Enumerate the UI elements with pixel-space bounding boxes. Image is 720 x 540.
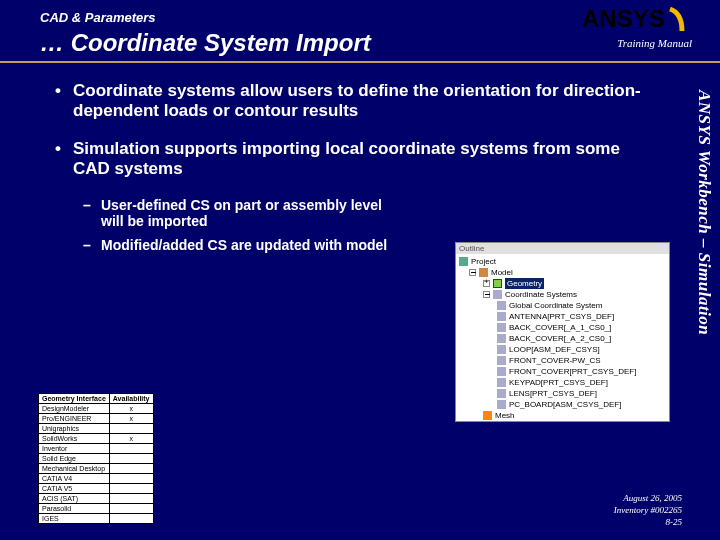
tree-label: FRONT_COVER-PW_CS [509,355,601,366]
training-manual-label: Training Manual [582,37,692,49]
geometry-icon [493,279,502,288]
content-area: • Coordinate systems allow users to defi… [0,63,720,253]
table-cell-name: SolidWorks [39,434,110,444]
bullet-dot-icon: • [55,81,73,121]
coordinate-system-icon [493,290,502,299]
table-row: Solid Edge [39,454,154,464]
collapse-icon[interactable] [483,291,490,298]
collapse-icon[interactable] [469,269,476,276]
tree-item-cs-root[interactable]: Coordinate Systems [459,289,666,300]
slide-footer: August 26, 2005 Inventory #002265 8-25 [614,492,682,528]
table-cell-name: Solid Edge [39,454,110,464]
table-cell-name: CATIA V5 [39,484,110,494]
table-row: Unigraphics [39,424,154,434]
table-cell-name: Mechanical Desktop [39,464,110,474]
tree-item-cs[interactable]: LOOP[ASM_DEF_CSYS] [459,344,666,355]
table-row: Inventor [39,444,154,454]
tree-item-cs[interactable]: BACK_COVER[_A_1_CS0_] [459,322,666,333]
tree-item-model[interactable]: Model [459,267,666,278]
tree-item-cs[interactable]: Global Coordinate System [459,300,666,311]
coordinate-system-icon [497,367,506,376]
tree-label: Project [471,256,496,267]
tree-label: Global Coordinate System [509,300,602,311]
bullet-1-text: Coordinate systems allow users to define… [73,81,650,121]
table-row: IGES [39,514,154,524]
table-cell-availability: x [109,404,153,414]
coordinate-system-icon [497,334,506,343]
project-icon [459,257,468,266]
model-icon [479,268,488,277]
footer-date: August 26, 2005 [614,492,682,504]
table-cell-availability: x [109,434,153,444]
availability-table: Geometry Interface Availability DesignMo… [38,393,154,524]
sub-bullet-1-text: User-defined CS on part or assembly leve… [101,197,401,229]
tree-item-cs[interactable]: FRONT_COVER[PRT_CSYS_DEF] [459,366,666,377]
table-row: Pro/ENGINEERx [39,414,154,424]
table-cell-name: DesignModeler [39,404,110,414]
outline-tree-panel: Outline Project Model Geometry Coordinat… [455,242,670,422]
sub-bullet-2-text: Modified/added CS are updated with model [101,237,387,253]
svg-text:ANSYS: ANSYS [582,5,665,32]
tree-item-cs[interactable]: BACK_COVER[_A_2_CS0_] [459,333,666,344]
bullet-1: • Coordinate systems allow users to defi… [55,81,650,121]
table-cell-availability [109,444,153,454]
tree-item-cs[interactable]: KEYPAD[PRT_CSYS_DEF] [459,377,666,388]
coordinate-system-icon [497,323,506,332]
coordinate-system-icon [497,400,506,409]
table-cell-availability [109,494,153,504]
table-cell-availability [109,514,153,524]
bullet-dot-icon: • [55,139,73,179]
tree-label: Mesh [495,410,515,421]
table-cell-name: Unigraphics [39,424,110,434]
tree-label: BACK_COVER[_A_1_CS0_] [509,322,611,333]
tree-label: LENS[PRT_CSYS_DEF] [509,388,597,399]
sub-bullet-1: – User-defined CS on part or assembly le… [83,197,650,229]
dash-icon: – [83,197,101,229]
tree-item-cs[interactable]: ANTENNA[PRT_CSYS_DEF] [459,311,666,322]
table-cell-availability [109,504,153,514]
table-cell-availability [109,484,153,494]
tree-label: FRONT_COVER[PRT_CSYS_DEF] [509,366,636,377]
ansys-logo: ANSYS [582,5,692,35]
tree-label: LOOP[ASM_DEF_CSYS] [509,344,600,355]
tree-item-cs[interactable]: FRONT_COVER-PW_CS [459,355,666,366]
table-cell-availability: x [109,414,153,424]
tree-item-geometry[interactable]: Geometry [459,278,666,289]
coordinate-system-icon [497,389,506,398]
table-row: SolidWorksx [39,434,154,444]
table-cell-name: Parasolid [39,504,110,514]
sidebar-vertical-text: ANSYS Workbench – Simulation [694,90,714,335]
table-row: CATIA V5 [39,484,154,494]
tree-item-cs[interactable]: LENS[PRT_CSYS_DEF] [459,388,666,399]
tree-label: Coordinate Systems [505,289,577,300]
logo-area: ANSYS Training Manual [582,5,692,49]
tree-item-project[interactable]: Project [459,256,666,267]
mesh-icon [483,411,492,420]
table-cell-name: ACIS (SAT) [39,494,110,504]
footer-inventory: Inventory #002265 [614,504,682,516]
tree-label: Model [491,267,513,278]
dash-icon: – [83,237,101,253]
tree-label: ANTENNA[PRT_CSYS_DEF] [509,311,614,322]
tree-item-mesh[interactable]: Mesh [459,410,666,421]
table-row: Mechanical Desktop [39,464,154,474]
table-cell-availability [109,464,153,474]
table-cell-name: Inventor [39,444,110,454]
tree-header: Outline [456,243,669,254]
coordinate-system-icon [497,301,506,310]
table-cell-name: CATIA V4 [39,474,110,484]
footer-page: 8-25 [614,516,682,528]
table-header-1: Geometry Interface [39,394,110,404]
table-cell-availability [109,454,153,464]
coordinate-system-icon [497,378,506,387]
coordinate-system-icon [497,312,506,321]
expand-icon[interactable] [483,280,490,287]
table-cell-name: IGES [39,514,110,524]
coordinate-system-icon [497,345,506,354]
bullet-2-text: Simulation supports importing local coor… [73,139,650,179]
table-row: CATIA V4 [39,474,154,484]
tree-item-cs[interactable]: PC_BOARD[ASM_CSYS_DEF] [459,399,666,410]
tree-label: Environment [505,421,550,422]
tree-item-environment[interactable]: Environment [459,421,666,422]
table-cell-availability [109,424,153,434]
